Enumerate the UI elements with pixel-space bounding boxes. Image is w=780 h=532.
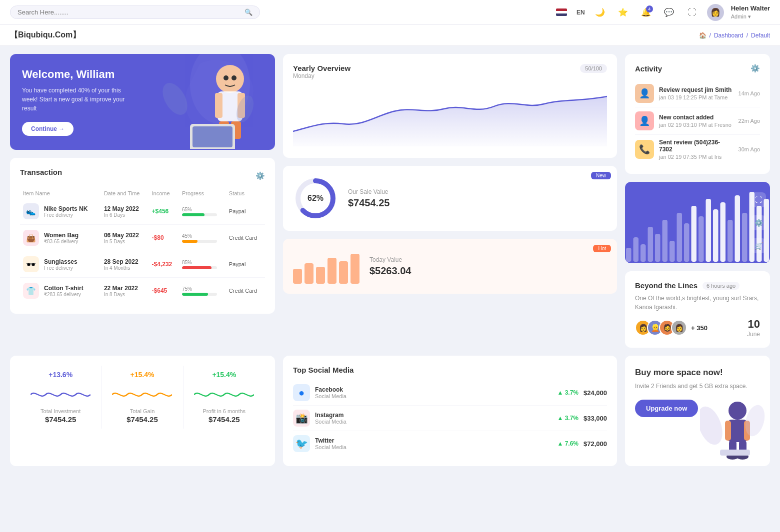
date-number: 10: [747, 318, 760, 331]
beyond-footer: 👩👱🧔👩 + 350 10 June: [635, 318, 760, 338]
upgrade-button[interactable]: Upgrade now: [635, 400, 698, 417]
bell-icon[interactable]: 🔔 4: [638, 4, 654, 20]
mini-bar-chart: [293, 249, 360, 284]
hot-badge: Hot: [593, 245, 611, 252]
transaction-card: Transaction ⚙️ Item Name Date and Time I…: [10, 158, 275, 314]
activity-list: 👤 Review request jim Smith jan 03 19 12:…: [635, 80, 760, 164]
sale-value-card: New 62% Our Sale Value $7454.25: [283, 166, 617, 231]
yearly-chart: [293, 86, 607, 146]
activity-settings-icon[interactable]: ⚙️: [750, 64, 760, 73]
sale-amount: $7454.25: [348, 197, 390, 209]
search-icon: 🔍: [244, 8, 252, 16]
bar-chart-bar: [735, 195, 740, 262]
star-icon[interactable]: ⭐: [615, 4, 631, 20]
svg-point-16: [728, 402, 746, 420]
chart-settings-icon[interactable]: ⚙️: [751, 215, 766, 230]
flag-icon[interactable]: [554, 4, 570, 20]
date-month: June: [747, 331, 760, 338]
col-item-name: Item Name: [20, 188, 101, 198]
col-status: Status: [226, 188, 265, 198]
yearly-day: Monday: [293, 72, 350, 79]
table-row: 👜 Women Bag ₹83.65 delivery 06 May 2022 …: [20, 225, 265, 251]
stat-item: +15.4% Profit in 6 months $7454.25: [184, 366, 265, 429]
donut-label: 62%: [308, 194, 324, 203]
beyond-header: Beyond the Lines 6 hours ago: [635, 281, 760, 290]
activity-item: 👤 Review request jim Smith jan 03 19 12:…: [635, 80, 760, 107]
today-amount: $5263.04: [370, 265, 411, 277]
brand-name: 【Biqubiqu.Com】: [10, 30, 80, 40]
social-row: 📸 Instagram Social Media ▲ 3.7% $33,000: [293, 406, 607, 431]
donut-chart: 62%: [293, 176, 338, 221]
beyond-desc: One Of the world,s brightest, young surf…: [635, 294, 760, 312]
continue-button[interactable]: Continue →: [22, 122, 74, 136]
table-row: 👟 Nike Sports NK Free delivery 12 May 20…: [20, 198, 265, 225]
message-icon[interactable]: 💬: [661, 4, 677, 20]
sale-info: Our Sale Value $7454.25: [348, 188, 390, 209]
chart-zoom-icon[interactable]: ⛶: [751, 192, 766, 207]
chart-side-buttons: ⛶ ⚙️ 🛒: [747, 187, 770, 258]
stats-row: +13.6% Total Investment $7454.25 +15.4% …: [20, 366, 265, 429]
column-1: Welcome, William You have completed 40% …: [10, 54, 275, 348]
bar-chart-bar: [742, 213, 748, 262]
welcome-subtitle: You have completed 40% of your this week…: [22, 86, 132, 113]
chart-cart-icon[interactable]: 🛒: [751, 238, 766, 253]
yearly-title: Yearly Overview: [293, 64, 350, 72]
bar-chart-bar: [728, 220, 733, 262]
upgrade-desc: Invite 2 Friends and get 5 GB extra spac…: [635, 382, 760, 391]
transaction-header: Transaction ⚙️: [20, 168, 265, 183]
svg-rect-18: [725, 421, 731, 441]
search-input[interactable]: [18, 8, 240, 16]
bar-chart-bar: [713, 209, 718, 262]
bar-chart-bar: [648, 227, 654, 262]
search-box[interactable]: 🔍: [10, 5, 260, 19]
sale-cards: New 62% Our Sale Value $7454.25 Hot: [283, 166, 617, 294]
today-title: Today Value: [370, 256, 411, 263]
avatar[interactable]: 👩: [707, 4, 724, 21]
beyond-title: Beyond the Lines: [635, 281, 698, 290]
stat-item: +15.4% Total Gain $7454.25: [102, 366, 183, 429]
dashboard-link[interactable]: Dashboard: [714, 32, 744, 39]
current-page: Default: [751, 32, 770, 39]
bar-chart-bar: [698, 216, 704, 262]
fullscreen-icon[interactable]: ⛶: [684, 4, 700, 20]
col-progress: Progress: [179, 188, 226, 198]
wavy-chart: [194, 385, 254, 405]
dark-mode-icon[interactable]: 🌙: [592, 4, 608, 20]
welcome-title: Welcome, William: [22, 68, 263, 81]
breadcrumb-bar: 【Biqubiqu.Com】 🏠 / Dashboard / Default: [0, 25, 780, 46]
yearly-badge: 50/100: [580, 64, 607, 73]
lang-label: EN: [576, 9, 585, 16]
stat-item: +13.6% Total Investment $7454.25: [20, 366, 102, 429]
main-grid: Welcome, William You have completed 40% …: [0, 46, 780, 356]
mini-bar: [339, 261, 348, 284]
stats-card: +13.6% Total Investment $7454.25 +15.4% …: [10, 356, 275, 466]
activity-item: 📞 Sent review (504)236-7302 jan 02 19 07…: [635, 135, 760, 164]
new-badge: New: [591, 172, 611, 179]
table-row: 👕 Cotton T-shirt ₹283.65 delivery 22 Mar…: [20, 278, 265, 304]
svg-point-25: [700, 403, 727, 448]
social-media-card: Top Social Media ● Facebook Social Media…: [283, 356, 617, 466]
mini-bar: [328, 258, 336, 284]
svg-rect-24: [720, 450, 750, 456]
bar-chart-bar: [655, 234, 660, 262]
bar-chart-bar: [684, 223, 690, 262]
beyond-time: 6 hours ago: [702, 282, 740, 290]
home-icon[interactable]: 🏠: [699, 32, 706, 39]
svg-point-12: [160, 79, 192, 119]
social-row: ● Facebook Social Media ▲ 3.7% $24,000: [293, 380, 607, 406]
wavy-chart: [112, 385, 172, 405]
bar-chart-bar: [706, 199, 712, 262]
column-3: Activity ⚙️ 👤 Review request jim Smith j…: [625, 54, 770, 348]
avatar-stack: 👩👱🧔👩: [635, 320, 687, 336]
bar-chart-bar: [720, 202, 726, 262]
user-role: Admin ▾: [731, 13, 770, 20]
column-2: Yearly Overview Monday 50/100: [283, 54, 617, 348]
breadcrumb: 🏠 / Dashboard / Default: [699, 32, 770, 39]
mini-bar: [304, 263, 314, 284]
upgrade-title: Buy more space now!: [635, 368, 760, 378]
transaction-settings-icon[interactable]: ⚙️: [256, 171, 265, 180]
activity-title: Activity: [635, 64, 662, 73]
today-value-card: Hot Today Value $5263.04: [283, 239, 617, 294]
date-badge: 10 June: [747, 318, 760, 338]
svg-rect-3: [215, 93, 222, 118]
